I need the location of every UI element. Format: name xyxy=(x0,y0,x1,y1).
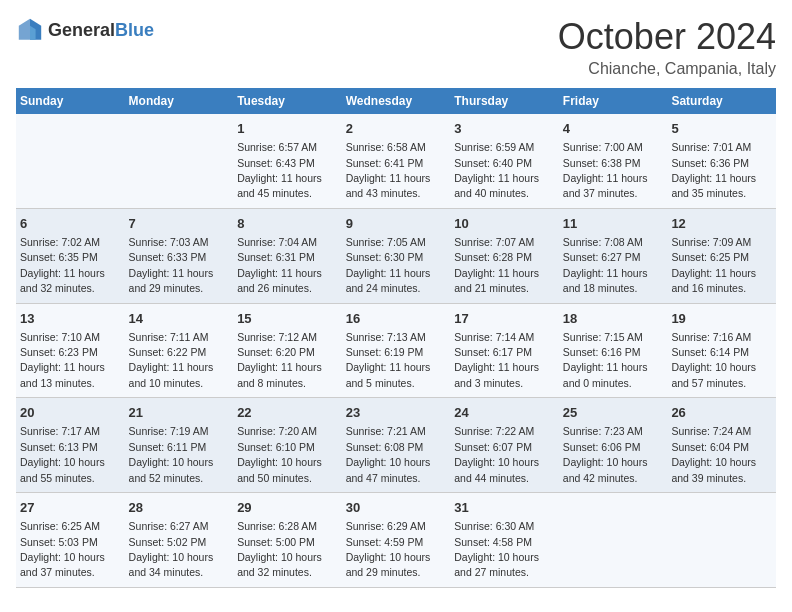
calendar-cell: 26Sunrise: 7:24 AMSunset: 6:04 PMDayligh… xyxy=(667,398,776,493)
sunrise-text: Sunrise: 7:19 AMSunset: 6:11 PMDaylight:… xyxy=(129,425,214,483)
calendar-cell: 29Sunrise: 6:28 AMSunset: 5:00 PMDayligh… xyxy=(233,493,342,588)
sunrise-text: Sunrise: 7:09 AMSunset: 6:25 PMDaylight:… xyxy=(671,236,756,294)
logo-general: General xyxy=(48,20,115,40)
sunrise-text: Sunrise: 7:00 AMSunset: 6:38 PMDaylight:… xyxy=(563,141,648,199)
calendar-cell: 17Sunrise: 7:14 AMSunset: 6:17 PMDayligh… xyxy=(450,303,559,398)
location-title: Chianche, Campania, Italy xyxy=(558,60,776,78)
sunrise-text: Sunrise: 7:01 AMSunset: 6:36 PMDaylight:… xyxy=(671,141,756,199)
calendar-cell: 23Sunrise: 7:21 AMSunset: 6:08 PMDayligh… xyxy=(342,398,451,493)
sunrise-text: Sunrise: 7:16 AMSunset: 6:14 PMDaylight:… xyxy=(671,331,756,389)
day-number: 12 xyxy=(671,215,772,233)
logo-blue: Blue xyxy=(115,20,154,40)
sunrise-text: Sunrise: 6:30 AMSunset: 4:58 PMDaylight:… xyxy=(454,520,539,578)
svg-marker-1 xyxy=(19,19,30,40)
sunrise-text: Sunrise: 6:57 AMSunset: 6:43 PMDaylight:… xyxy=(237,141,322,199)
calendar-cell: 3Sunrise: 6:59 AMSunset: 6:40 PMDaylight… xyxy=(450,114,559,208)
calendar-cell: 8Sunrise: 7:04 AMSunset: 6:31 PMDaylight… xyxy=(233,208,342,303)
calendar-cell: 25Sunrise: 7:23 AMSunset: 6:06 PMDayligh… xyxy=(559,398,668,493)
logo-icon xyxy=(16,16,44,44)
calendar-cell: 2Sunrise: 6:58 AMSunset: 6:41 PMDaylight… xyxy=(342,114,451,208)
day-number: 28 xyxy=(129,499,230,517)
day-number: 3 xyxy=(454,120,555,138)
calendar-week-row: 20Sunrise: 7:17 AMSunset: 6:13 PMDayligh… xyxy=(16,398,776,493)
sunrise-text: Sunrise: 6:58 AMSunset: 6:41 PMDaylight:… xyxy=(346,141,431,199)
day-number: 2 xyxy=(346,120,447,138)
day-number: 11 xyxy=(563,215,664,233)
day-number: 7 xyxy=(129,215,230,233)
calendar-cell: 1Sunrise: 6:57 AMSunset: 6:43 PMDaylight… xyxy=(233,114,342,208)
day-number: 22 xyxy=(237,404,338,422)
day-number: 21 xyxy=(129,404,230,422)
calendar-table: SundayMondayTuesdayWednesdayThursdayFrid… xyxy=(16,88,776,588)
calendar-cell xyxy=(16,114,125,208)
day-number: 13 xyxy=(20,310,121,328)
day-number: 15 xyxy=(237,310,338,328)
day-number: 19 xyxy=(671,310,772,328)
calendar-cell: 27Sunrise: 6:25 AMSunset: 5:03 PMDayligh… xyxy=(16,493,125,588)
weekday-header: Sunday xyxy=(16,88,125,114)
calendar-cell: 21Sunrise: 7:19 AMSunset: 6:11 PMDayligh… xyxy=(125,398,234,493)
sunrise-text: Sunrise: 7:07 AMSunset: 6:28 PMDaylight:… xyxy=(454,236,539,294)
calendar-cell: 20Sunrise: 7:17 AMSunset: 6:13 PMDayligh… xyxy=(16,398,125,493)
day-number: 25 xyxy=(563,404,664,422)
weekday-header: Wednesday xyxy=(342,88,451,114)
day-number: 14 xyxy=(129,310,230,328)
sunrise-text: Sunrise: 7:17 AMSunset: 6:13 PMDaylight:… xyxy=(20,425,105,483)
calendar-cell: 12Sunrise: 7:09 AMSunset: 6:25 PMDayligh… xyxy=(667,208,776,303)
sunrise-text: Sunrise: 7:15 AMSunset: 6:16 PMDaylight:… xyxy=(563,331,648,389)
day-number: 23 xyxy=(346,404,447,422)
title-block: October 2024 Chianche, Campania, Italy xyxy=(558,16,776,78)
sunrise-text: Sunrise: 6:29 AMSunset: 4:59 PMDaylight:… xyxy=(346,520,431,578)
calendar-week-row: 6Sunrise: 7:02 AMSunset: 6:35 PMDaylight… xyxy=(16,208,776,303)
calendar-cell xyxy=(125,114,234,208)
weekday-header: Thursday xyxy=(450,88,559,114)
logo: GeneralBlue xyxy=(16,16,154,44)
day-number: 10 xyxy=(454,215,555,233)
weekday-header: Saturday xyxy=(667,88,776,114)
calendar-cell: 13Sunrise: 7:10 AMSunset: 6:23 PMDayligh… xyxy=(16,303,125,398)
day-number: 8 xyxy=(237,215,338,233)
sunrise-text: Sunrise: 7:14 AMSunset: 6:17 PMDaylight:… xyxy=(454,331,539,389)
calendar-cell: 6Sunrise: 7:02 AMSunset: 6:35 PMDaylight… xyxy=(16,208,125,303)
sunrise-text: Sunrise: 7:11 AMSunset: 6:22 PMDaylight:… xyxy=(129,331,214,389)
sunrise-text: Sunrise: 7:05 AMSunset: 6:30 PMDaylight:… xyxy=(346,236,431,294)
day-number: 24 xyxy=(454,404,555,422)
sunrise-text: Sunrise: 7:23 AMSunset: 6:06 PMDaylight:… xyxy=(563,425,648,483)
calendar-cell: 9Sunrise: 7:05 AMSunset: 6:30 PMDaylight… xyxy=(342,208,451,303)
day-number: 31 xyxy=(454,499,555,517)
day-number: 29 xyxy=(237,499,338,517)
day-number: 4 xyxy=(563,120,664,138)
sunrise-text: Sunrise: 6:28 AMSunset: 5:00 PMDaylight:… xyxy=(237,520,322,578)
day-number: 20 xyxy=(20,404,121,422)
calendar-cell: 14Sunrise: 7:11 AMSunset: 6:22 PMDayligh… xyxy=(125,303,234,398)
calendar-cell: 28Sunrise: 6:27 AMSunset: 5:02 PMDayligh… xyxy=(125,493,234,588)
calendar-cell: 24Sunrise: 7:22 AMSunset: 6:07 PMDayligh… xyxy=(450,398,559,493)
calendar-cell: 7Sunrise: 7:03 AMSunset: 6:33 PMDaylight… xyxy=(125,208,234,303)
calendar-cell: 18Sunrise: 7:15 AMSunset: 6:16 PMDayligh… xyxy=(559,303,668,398)
day-number: 18 xyxy=(563,310,664,328)
calendar-cell: 31Sunrise: 6:30 AMSunset: 4:58 PMDayligh… xyxy=(450,493,559,588)
sunrise-text: Sunrise: 7:24 AMSunset: 6:04 PMDaylight:… xyxy=(671,425,756,483)
sunrise-text: Sunrise: 6:59 AMSunset: 6:40 PMDaylight:… xyxy=(454,141,539,199)
sunrise-text: Sunrise: 7:02 AMSunset: 6:35 PMDaylight:… xyxy=(20,236,105,294)
sunrise-text: Sunrise: 7:08 AMSunset: 6:27 PMDaylight:… xyxy=(563,236,648,294)
day-number: 16 xyxy=(346,310,447,328)
weekday-header: Monday xyxy=(125,88,234,114)
calendar-cell: 5Sunrise: 7:01 AMSunset: 6:36 PMDaylight… xyxy=(667,114,776,208)
weekday-header: Friday xyxy=(559,88,668,114)
day-number: 5 xyxy=(671,120,772,138)
day-number: 26 xyxy=(671,404,772,422)
calendar-cell: 22Sunrise: 7:20 AMSunset: 6:10 PMDayligh… xyxy=(233,398,342,493)
month-title: October 2024 xyxy=(558,16,776,58)
sunrise-text: Sunrise: 7:21 AMSunset: 6:08 PMDaylight:… xyxy=(346,425,431,483)
day-number: 6 xyxy=(20,215,121,233)
sunrise-text: Sunrise: 6:25 AMSunset: 5:03 PMDaylight:… xyxy=(20,520,105,578)
sunrise-text: Sunrise: 7:13 AMSunset: 6:19 PMDaylight:… xyxy=(346,331,431,389)
page-header: GeneralBlue October 2024 Chianche, Campa… xyxy=(16,16,776,78)
calendar-cell xyxy=(667,493,776,588)
calendar-cell: 4Sunrise: 7:00 AMSunset: 6:38 PMDaylight… xyxy=(559,114,668,208)
day-number: 17 xyxy=(454,310,555,328)
calendar-cell: 19Sunrise: 7:16 AMSunset: 6:14 PMDayligh… xyxy=(667,303,776,398)
sunrise-text: Sunrise: 7:10 AMSunset: 6:23 PMDaylight:… xyxy=(20,331,105,389)
sunrise-text: Sunrise: 7:20 AMSunset: 6:10 PMDaylight:… xyxy=(237,425,322,483)
